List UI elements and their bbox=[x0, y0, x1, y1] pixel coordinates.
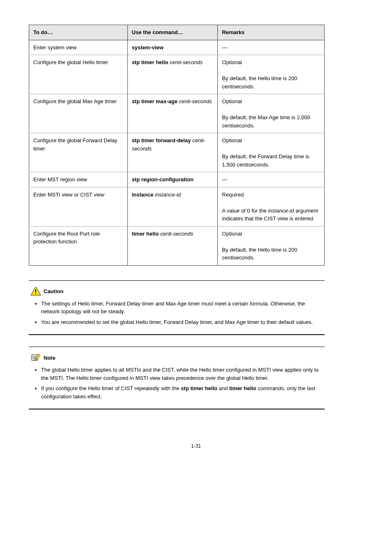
command-table: To do… Use the command… Remarks Enter sy… bbox=[29, 25, 325, 266]
cell-remarks: OptionalBy default, the Forward Delay ti… bbox=[218, 133, 325, 172]
table-row: Configure the global Max Age timer stp t… bbox=[29, 94, 325, 133]
cell-command: stp timer hello centi-seconds bbox=[127, 55, 218, 94]
cell-command: stp region-configuration bbox=[127, 172, 218, 187]
cell-todo: Configure the global Max Age timer bbox=[29, 94, 128, 133]
page-number: 1-31 bbox=[25, 442, 367, 450]
cell-remarks: OptionalBy default, the Max Age time is … bbox=[218, 94, 325, 133]
cell-remarks: OptionalBy default, the Hello time is 20… bbox=[218, 55, 325, 94]
cell-todo: Enter MST region view bbox=[29, 172, 128, 187]
note-callout: Note The global Hello timer applies to a… bbox=[29, 347, 325, 409]
table-row: Configure the global Forward Delay timer… bbox=[29, 133, 325, 172]
table-row: Configure the global Hello timer stp tim… bbox=[29, 55, 325, 94]
cell-todo: Configure the Root Port role protection … bbox=[29, 226, 128, 265]
cell-command: timer hello centi-seconds bbox=[127, 226, 218, 265]
caution-callout: Caution The settings of Hello timer, For… bbox=[29, 280, 325, 335]
table-row: Enter MST region view stp region-configu… bbox=[29, 172, 325, 187]
caution-item: The settings of Hello timer, Forward Del… bbox=[41, 300, 323, 316]
cell-command: instance instance-id bbox=[127, 187, 218, 226]
page: To do… Use the command… Remarks Enter sy… bbox=[25, 25, 367, 450]
col-header-todo: To do… bbox=[29, 25, 128, 40]
cell-remarks: — bbox=[218, 40, 325, 55]
cell-todo: Configure the global Forward Delay timer bbox=[29, 133, 128, 172]
table-row: Enter system view system-view — bbox=[29, 40, 325, 55]
note-item: The global Hello timer applies to all MS… bbox=[41, 366, 323, 382]
notepad-pencil-icon bbox=[30, 353, 41, 362]
cell-remarks: — bbox=[218, 172, 325, 187]
col-header-remarks: Remarks bbox=[218, 25, 325, 40]
cell-todo: Configure the global Hello timer bbox=[29, 55, 128, 94]
cell-remarks: RequiredA value of 0 for the instance-id… bbox=[218, 187, 325, 226]
col-header-command: Use the command… bbox=[127, 25, 218, 40]
note-list: The global Hello timer applies to all MS… bbox=[30, 366, 323, 400]
note-label: Note bbox=[44, 354, 55, 362]
cell-remarks: OptionalBy default, the Hello time is 20… bbox=[218, 226, 325, 265]
table-header-row: To do… Use the command… Remarks bbox=[29, 25, 325, 40]
caution-label: Caution bbox=[44, 287, 63, 296]
table-row: Configure the Root Port role protection … bbox=[29, 226, 325, 265]
caution-header: Caution bbox=[30, 287, 323, 296]
svg-rect-2 bbox=[35, 293, 36, 294]
cell-todo: Enter MSTI view or CIST view bbox=[29, 187, 128, 226]
cell-command: stp timer max-age centi-seconds bbox=[127, 94, 218, 133]
cell-todo: Enter system view bbox=[29, 40, 128, 55]
note-header: Note bbox=[30, 353, 323, 362]
cell-command: stp timer forward-delay centi-seconds bbox=[127, 133, 218, 172]
caution-list: The settings of Hello timer, Forward Del… bbox=[30, 300, 323, 326]
cell-command: system-view bbox=[127, 40, 218, 55]
warning-triangle-icon bbox=[30, 287, 41, 296]
caution-item: You are recommended to set the global He… bbox=[41, 318, 323, 326]
svg-rect-1 bbox=[35, 289, 36, 292]
note-item: If you configure the Hello timer of CIST… bbox=[41, 384, 323, 400]
table-row: Enter MSTI view or CIST view instance in… bbox=[29, 187, 325, 226]
